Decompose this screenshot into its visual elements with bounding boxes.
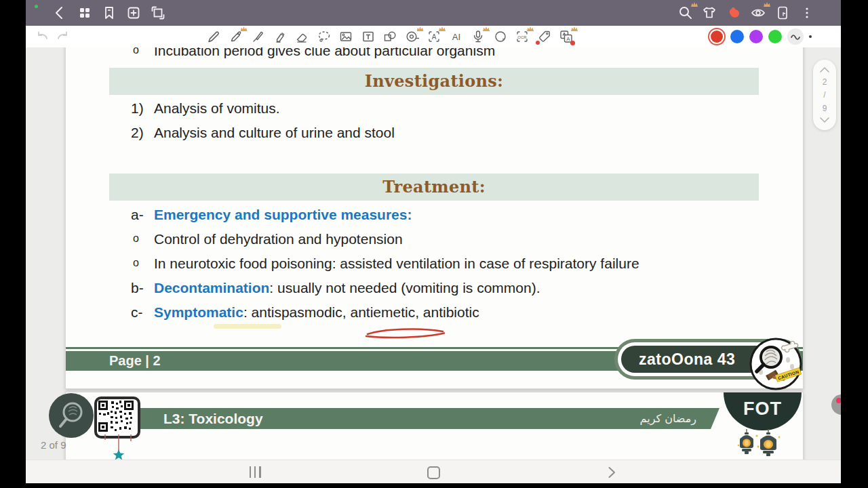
fot-label: FOT [743,399,782,419]
fot-logo: FOT [724,392,802,430]
pager-separator: / [823,90,825,100]
list-marker: o [133,232,139,245]
text-recognition-tool-icon[interactable]: A [427,29,441,44]
pager-total: 9 [823,104,827,113]
theme-shirt-icon[interactable] [701,5,717,21]
ai-assistant-icon[interactable]: AI [449,29,464,44]
annotation-toolbar: A AI OCR A [26,26,841,48]
doc-line: 1) Analysis of vomitus. [66,100,803,118]
premium-crown-icon [439,26,446,31]
device-pages-icon[interactable] [774,5,791,21]
doc-line: o Incubation period gives clue about par… [66,47,803,60]
faded-highlight-annotation [214,324,281,329]
microphone-tool-icon[interactable] [471,29,486,44]
doc-line: a- Emergency and supportive measures: [66,207,803,224]
list-marker: b- [131,280,144,296]
pdf-page-3: L3: Toxicology رمضان كريم [65,392,804,460]
back-nav-icon[interactable] [607,466,616,479]
treatment-header: Treatment: [109,174,759,201]
document-canvas[interactable]: o Incubation period gives clue about par… [26,47,841,460]
premium-crown-icon [764,2,770,7]
more-menu-icon[interactable] [799,5,815,21]
pdf-page-2: o Incubation period gives clue about par… [65,47,804,389]
pencil-tool-icon[interactable] [229,29,243,44]
back-icon[interactable] [52,5,68,21]
undo-icon[interactable] [35,29,50,44]
tape-tool-icon[interactable] [405,29,420,44]
tool-group: A AI OCR A [206,29,574,44]
doc-line: o Control of dehydration and hypotension [66,231,803,249]
ocr-tool-icon[interactable]: OCR [515,29,530,44]
list-marker: c- [131,304,143,321]
recent-apps-icon[interactable] [250,466,261,478]
translate-tool-icon[interactable]: A [559,29,574,44]
stroke-style-icon[interactable] [787,28,804,45]
notes-app-window: A AI OCR A [26,0,841,483]
investigations-header: Investigations: [109,68,759,95]
lecture-banner: L3: Toxicology رمضان كريم [106,408,719,429]
svg-text:OCR: OCR [517,35,527,39]
grid-view-icon[interactable] [77,5,93,21]
ballpoint-tool-icon[interactable] [250,29,265,44]
doc-emphasis: Decontamination [154,280,269,296]
page-scrubber[interactable]: 2 / 9 [813,60,836,130]
page-status-label: 2 of 9 [41,439,66,451]
premium-crown-icon [527,26,534,31]
bookmark-icon[interactable] [101,5,117,21]
screenshot-icon[interactable] [150,5,166,21]
stroke-width-dot-icon[interactable] [809,35,812,38]
doc-line: o In neurotoxic food poisoning: assisted… [66,256,803,273]
notification-badge [570,41,575,45]
ramadan-lanterns-icon [737,429,787,460]
color-swatch-group [709,28,812,45]
image-tool-icon[interactable] [338,29,353,44]
redo-icon[interactable] [55,29,70,44]
reading-mode-eye-icon[interactable] [750,5,766,21]
svg-text:AI: AI [452,32,460,42]
recording-indicator-button[interactable] [831,394,841,415]
hanging-ornaments-icon [98,434,147,460]
lasso-tool-icon[interactable] [317,29,332,44]
pen-tool-icon[interactable] [206,29,221,44]
list-marker: o [133,257,139,269]
add-page-icon[interactable] [125,5,142,21]
color-swatch-blue[interactable] [730,30,744,43]
premium-crown-icon [417,26,424,31]
chevron-up-icon[interactable] [819,66,830,73]
system-nav-bar [26,460,841,483]
eraser-tool-icon[interactable] [294,29,309,44]
doc-text: Incubation period gives clue about parti… [154,47,495,59]
doc-rest: Control of dehydration and hypotension [154,231,403,247]
record-dot-icon [836,398,841,403]
list-marker: 2) [131,125,144,141]
chevron-down-icon[interactable] [819,117,830,123]
doc-text: Emergency and supportive measures: [154,207,412,223]
tag-tool-icon[interactable] [537,29,552,44]
doc-rest: : antispasmodic, antiemetic, antibiotic [243,304,479,320]
doc-emphasis: Emergency and supportive measures: [154,207,412,222]
doc-line: c- Symptomatic: antispasmodic, antiemeti… [66,304,803,322]
doc-text: Control of dehydration and hypotension [154,231,403,247]
doc-rest: In neurotoxic food poisoning: assisted v… [154,256,639,271]
shapes-tool-icon[interactable] [382,29,397,44]
color-swatch-green[interactable] [768,30,782,43]
doc-line: b- Decontamination: usually not needed (… [66,280,803,298]
premium-crown-icon [241,26,248,31]
doc-text: Analysis and culture of urine and stool [154,125,395,141]
color-swatch-purple[interactable] [749,30,763,43]
search-icon[interactable] [677,5,694,21]
text-tool-icon[interactable] [361,29,376,44]
notification-dot [536,41,540,45]
top-bar [26,0,841,26]
color-swatch-red[interactable] [711,30,723,43]
pointer-hand-icon[interactable] [726,5,742,21]
sticker-tool-icon[interactable] [493,29,508,44]
doc-line: 2) Analysis and culture of urine and sto… [66,125,803,142]
pager-current: 2 [823,77,827,87]
doc-text: Analysis of vomitus. [154,100,280,117]
red-underline-annotation [363,325,448,340]
premium-crown-icon [571,26,578,31]
home-icon[interactable] [427,466,440,479]
highlighter-tool-icon[interactable] [273,29,288,44]
premium-crown-icon [483,26,490,31]
